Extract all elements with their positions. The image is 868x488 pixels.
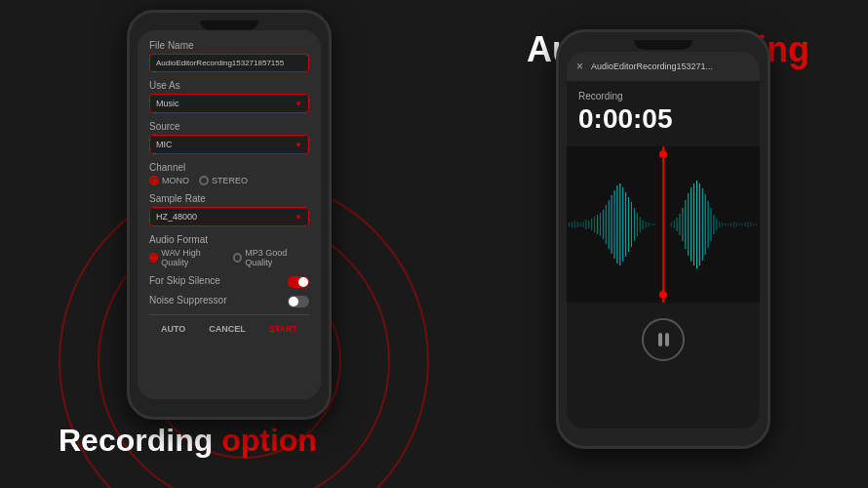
phone-left: File Name AudioEditorRecording1532718571… xyxy=(127,10,332,420)
source-section: Source MIC ▼ xyxy=(149,121,309,154)
svg-rect-41 xyxy=(699,183,700,265)
svg-rect-23 xyxy=(634,208,635,241)
recording-info: Recording 0:00:05 xyxy=(567,81,760,139)
source-dropdown[interactable]: MIC ▼ xyxy=(149,135,309,154)
start-button[interactable]: START xyxy=(263,321,303,337)
phone-left-screen: File Name AudioEditorRecording1532718571… xyxy=(138,30,321,399)
svg-rect-46 xyxy=(713,215,714,234)
audio-format-section: Audio Format WAV High Quality MP3 Good Q… xyxy=(149,234,309,267)
sample-rate-section: Sample Rate HZ_48000 ▼ xyxy=(149,193,309,226)
phone-left-notch xyxy=(200,20,258,30)
svg-rect-56 xyxy=(742,224,743,225)
svg-rect-13 xyxy=(606,205,607,244)
audio-format-radio-group: WAV High Quality MP3 Good Quality xyxy=(149,248,309,267)
svg-rect-22 xyxy=(631,202,632,247)
mono-radio[interactable] xyxy=(149,176,159,185)
svg-rect-30 xyxy=(653,224,654,225)
channel-radio-group: MONO STEREO xyxy=(149,176,309,185)
svg-rect-16 xyxy=(614,190,615,259)
svg-rect-15 xyxy=(612,195,612,254)
sample-rate-value: HZ_48000 xyxy=(156,212,197,222)
subtitle-option-red: option xyxy=(221,423,317,458)
noise-suppressor-toggle[interactable] xyxy=(288,296,309,307)
phone-right-screen: × AudioEditorRecording153271... Recordin… xyxy=(567,52,760,428)
waveform-container xyxy=(567,146,760,303)
svg-rect-37 xyxy=(688,193,689,256)
svg-rect-32 xyxy=(674,221,675,228)
sample-rate-dropdown[interactable]: HZ_48000 ▼ xyxy=(149,207,309,226)
phone-right: × AudioEditorRecording153271... Recordin… xyxy=(556,29,770,449)
subtitle-recording: Recording xyxy=(59,423,213,458)
svg-rect-48 xyxy=(719,222,720,227)
svg-rect-29 xyxy=(651,224,651,225)
mono-label: MONO xyxy=(162,176,189,185)
svg-rect-31 xyxy=(671,223,672,226)
cancel-button[interactable]: CANCEL xyxy=(203,321,252,337)
svg-rect-44 xyxy=(708,201,709,248)
use-as-arrow: ▼ xyxy=(295,100,302,108)
channel-label: Channel xyxy=(149,162,309,173)
sample-rate-label: Sample Rate xyxy=(149,193,309,204)
svg-rect-40 xyxy=(696,181,697,268)
svg-rect-5 xyxy=(583,222,584,227)
recording-timer: 0:00:05 xyxy=(578,103,748,135)
playhead-dot-bottom xyxy=(659,291,667,299)
source-value: MIC xyxy=(156,140,173,149)
mp3-radio[interactable] xyxy=(233,253,242,263)
svg-rect-28 xyxy=(648,223,649,226)
wav-option[interactable]: WAV High Quality xyxy=(149,248,223,267)
stereo-option[interactable]: STEREO xyxy=(199,176,248,185)
mono-option[interactable]: MONO xyxy=(149,176,189,185)
svg-rect-2 xyxy=(574,221,575,228)
auto-button[interactable]: AUTO xyxy=(155,321,191,337)
svg-rect-49 xyxy=(722,223,723,226)
svg-rect-52 xyxy=(730,223,731,226)
wav-label: WAV High Quality xyxy=(161,248,223,267)
svg-rect-26 xyxy=(643,220,644,229)
svg-rect-58 xyxy=(747,222,748,227)
svg-rect-45 xyxy=(711,208,712,241)
svg-rect-34 xyxy=(680,214,681,235)
close-button[interactable]: × xyxy=(576,60,583,73)
svg-rect-55 xyxy=(739,224,740,225)
stereo-radio[interactable] xyxy=(199,176,209,185)
use-as-dropdown[interactable]: Music ▼ xyxy=(149,94,309,113)
mp3-label: MP3 Good Quality xyxy=(245,248,309,267)
audio-format-label: Audio Format xyxy=(149,234,309,245)
mp3-option[interactable]: MP3 Good Quality xyxy=(233,248,309,267)
source-label: Source xyxy=(149,121,309,132)
file-name-value: AudioEditorRecording153271857155 xyxy=(156,59,284,67)
playhead-dot-top xyxy=(659,150,667,158)
use-as-label: Use As xyxy=(149,80,309,91)
phone-right-notch xyxy=(634,40,692,50)
pause-bar-right xyxy=(665,333,669,346)
svg-rect-50 xyxy=(725,224,726,225)
svg-rect-14 xyxy=(609,200,610,249)
file-name-section: File Name AudioEditorRecording1532718571… xyxy=(149,40,309,72)
svg-rect-53 xyxy=(733,222,734,227)
svg-rect-19 xyxy=(622,187,623,262)
svg-rect-61 xyxy=(756,224,757,225)
recording-filename: AudioEditorRecording153271... xyxy=(591,61,750,71)
skip-silence-toggle[interactable] xyxy=(288,276,309,288)
svg-rect-38 xyxy=(690,187,691,262)
svg-rect-8 xyxy=(591,219,592,230)
svg-rect-3 xyxy=(577,222,578,227)
svg-rect-18 xyxy=(619,183,620,265)
svg-rect-24 xyxy=(637,213,638,236)
svg-rect-12 xyxy=(603,210,604,239)
pause-button[interactable] xyxy=(642,318,685,361)
svg-rect-1 xyxy=(572,222,572,227)
use-as-section: Use As Music ▼ xyxy=(149,80,309,113)
svg-rect-36 xyxy=(685,200,686,249)
file-name-input[interactable]: AudioEditorRecording153271857155 xyxy=(149,54,309,72)
svg-rect-9 xyxy=(594,217,595,232)
svg-rect-51 xyxy=(728,224,729,225)
dialog-buttons: AUTO CANCEL START xyxy=(149,314,309,337)
svg-rect-59 xyxy=(750,223,751,226)
svg-rect-6 xyxy=(585,220,586,229)
wav-radio[interactable] xyxy=(149,253,158,263)
svg-rect-33 xyxy=(677,218,678,231)
svg-rect-21 xyxy=(628,197,629,252)
subtitle: Recording option xyxy=(59,423,317,459)
